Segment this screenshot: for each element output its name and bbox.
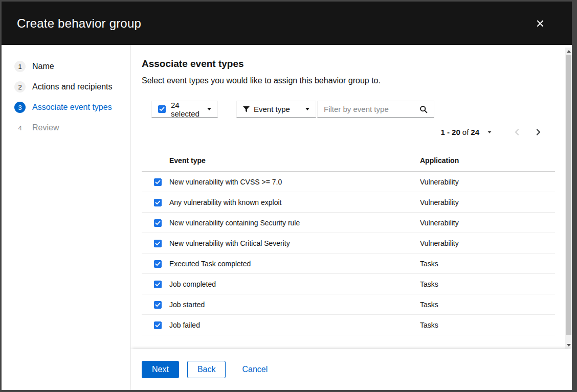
triangle-down-icon [567, 344, 571, 347]
pagination-range: 1 - 20 [440, 128, 460, 136]
modal-header: Create behavior group [2, 2, 572, 45]
application-cell: Tasks [420, 315, 555, 335]
row-checkbox-cell [142, 172, 169, 192]
row-checkbox[interactable] [154, 260, 162, 268]
pagination-total: 24 [471, 128, 479, 136]
event-type-cell: New vulnerability with Critical Severity [169, 233, 420, 253]
table-row: New vulnerability with CVSS >= 7.0 Vulne… [142, 172, 555, 192]
search-input[interactable] [324, 105, 419, 113]
row-checkbox[interactable] [154, 281, 162, 288]
bulk-select-label: 24 selected [171, 101, 202, 118]
table-toolbar: 24 selected Event type [151, 101, 555, 118]
pagination-nav [506, 125, 549, 140]
event-types-table: Event type Application [142, 152, 555, 335]
prev-page-button[interactable] [506, 125, 527, 140]
cancel-button[interactable]: Cancel [236, 361, 274, 378]
wizard-footer: Next Back Cancel [130, 349, 572, 390]
table-row: Any vulnerability with known exploit Vul… [142, 192, 555, 213]
row-checkbox[interactable] [154, 219, 162, 227]
bulk-select-dropdown[interactable]: 24 selected [151, 101, 218, 118]
row-checkbox-cell [142, 233, 169, 253]
chevron-right-icon [536, 129, 541, 135]
modal-title: Create behavior group [17, 16, 141, 31]
pagination-of: of [462, 128, 469, 136]
chevron-left-icon [514, 129, 520, 135]
row-checkbox-cell [142, 274, 169, 294]
row-checkbox-cell [142, 315, 169, 335]
step-content-scroll-area: Associate event types Select event types… [130, 45, 572, 349]
row-checkbox-cell [142, 213, 169, 233]
event-type-column-header: Event type [169, 152, 420, 172]
row-checkbox-cell [142, 192, 169, 213]
filter-icon [243, 106, 250, 112]
row-checkbox[interactable] [154, 178, 162, 186]
row-checkbox-cell [142, 253, 169, 274]
step-label: Actions and recipients [32, 82, 113, 91]
step-heading: Associate event types [142, 58, 555, 70]
caret-down-icon [207, 108, 211, 110]
pagination-menu-toggle[interactable]: 1 - 20 of 24 [440, 128, 492, 136]
table-row: Job completed Tasks [142, 274, 555, 294]
table-row: New vulnerability containing Security ru… [142, 213, 555, 233]
scroll-down-arrow[interactable] [565, 342, 572, 348]
wizard-step[interactable]: 1 Name [2, 56, 130, 77]
caret-down-icon [305, 108, 309, 110]
back-button[interactable]: Back [187, 361, 226, 378]
row-checkbox[interactable] [154, 301, 162, 309]
filter-type-dropdown[interactable]: Event type [236, 101, 316, 118]
next-page-button[interactable] [527, 125, 549, 140]
application-cell: Tasks [420, 294, 555, 315]
application-cell: Vulnerability [420, 192, 555, 213]
application-cell: Vulnerability [420, 172, 555, 192]
step-description: Select event types you would like to ass… [142, 76, 555, 85]
wizard-nav: 1 Name 2 Actions and recipients 3 Associ… [2, 45, 130, 390]
modal-body: 1 Name 2 Actions and recipients 3 Associ… [2, 45, 572, 390]
event-type-cell: Any vulnerability with known exploit [169, 192, 420, 213]
scrollbar-thumb[interactable] [566, 55, 571, 335]
bulk-select-checkbox[interactable] [158, 105, 166, 113]
table-header-row: Event type Application [142, 152, 555, 172]
triangle-up-icon [567, 50, 571, 53]
application-column-header: Application [420, 152, 555, 172]
close-button[interactable] [533, 16, 547, 31]
step-label: Name [32, 62, 54, 71]
vertical-scrollbar[interactable] [565, 48, 572, 349]
event-type-cell: Job completed [169, 274, 420, 294]
search-box [317, 101, 434, 118]
scroll-up-arrow[interactable] [565, 48, 572, 54]
create-behavior-group-modal: Create behavior group 1 Name 2 Actio [2, 2, 572, 390]
event-type-cell: Executed Task completed [169, 253, 420, 274]
close-icon [536, 19, 544, 28]
wizard-main: Associate event types Select event types… [130, 45, 572, 390]
checkbox-column-header [142, 152, 169, 172]
table-row: New vulnerability with Critical Severity… [142, 233, 555, 253]
event-type-cell: Job started [169, 294, 420, 315]
step-label: Associate event types [32, 103, 112, 112]
step-number-badge: 4 [14, 122, 26, 133]
table-row: Job failed Tasks [142, 315, 555, 335]
filter-group: Event type [236, 101, 434, 118]
event-type-cell: Job failed [169, 315, 420, 335]
table-row: Job started Tasks [142, 294, 555, 315]
application-cell: Tasks [420, 253, 555, 274]
row-checkbox[interactable] [154, 199, 162, 206]
row-checkbox[interactable] [154, 321, 162, 329]
caret-down-icon [487, 131, 492, 133]
application-cell: Tasks [420, 274, 555, 294]
row-checkbox-cell [142, 294, 169, 315]
step-label: Review [32, 123, 59, 132]
event-type-cell: New vulnerability containing Security ru… [169, 213, 420, 233]
application-cell: Vulnerability [420, 233, 555, 253]
row-checkbox[interactable] [154, 240, 162, 247]
wizard-step[interactable]: 3 Associate event types [2, 97, 130, 118]
next-button[interactable]: Next [142, 361, 179, 378]
table-row: Executed Task completed Tasks [142, 253, 555, 274]
wizard-step[interactable]: 4 Review [2, 118, 130, 138]
wizard-step-list: 1 Name 2 Actions and recipients 3 Associ… [2, 56, 130, 138]
step-number-badge: 2 [14, 81, 26, 93]
search-icon [419, 105, 428, 113]
pagination: 1 - 20 of 24 [142, 124, 555, 141]
wizard-step[interactable]: 2 Actions and recipients [2, 77, 130, 97]
event-type-cell: New vulnerability with CVSS >= 7.0 [169, 172, 420, 192]
filter-type-label: Event type [254, 105, 290, 113]
